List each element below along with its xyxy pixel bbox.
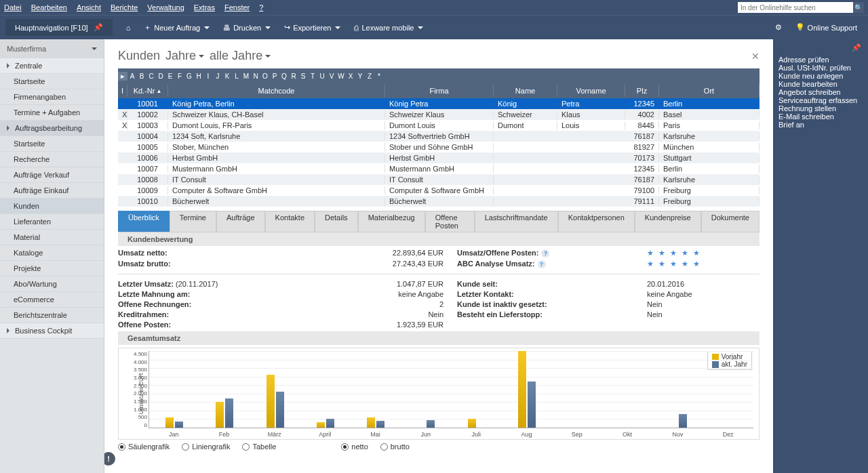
radio-saulengrafik[interactable]: Säulengrafik bbox=[118, 443, 170, 451]
alpha-E[interactable]: E bbox=[165, 73, 175, 80]
table-row[interactable]: 10005Stober, MünchenStober und Söhne Gmb… bbox=[118, 142, 760, 152]
close-icon[interactable]: ✕ bbox=[751, 51, 760, 62]
alpha-V[interactable]: V bbox=[327, 73, 336, 80]
table-row[interactable]: 10007Mustermann GmbHMustermann GmbH12345… bbox=[118, 163, 760, 174]
menu-fenster[interactable]: Fenster bbox=[224, 3, 250, 12]
tab-dokumente[interactable]: Dokumente bbox=[701, 211, 760, 232]
info-icon[interactable]: ? bbox=[538, 260, 546, 268]
sidebar-item-zentrale[interactable]: Zentrale bbox=[0, 58, 104, 74]
tab-kundenpreise[interactable]: Kundenpreise bbox=[635, 211, 701, 232]
table-row[interactable]: X10002Schweizer Klaus, CH-BaselSchweizer… bbox=[118, 109, 760, 120]
alpha-D[interactable]: D bbox=[156, 73, 165, 80]
tab-offene-posten[interactable]: Offene Posten bbox=[425, 211, 475, 232]
alpha-J[interactable]: J bbox=[213, 73, 222, 80]
alpha-L[interactable]: L bbox=[232, 73, 241, 80]
radio-brutto[interactable]: brutto bbox=[380, 443, 410, 451]
export-button[interactable]: ↪Exportieren bbox=[279, 20, 346, 35]
action-angebot-schreiben[interactable]: Angebot schreiben bbox=[778, 88, 863, 96]
tab-materialbezug[interactable]: Materialbezug bbox=[358, 211, 425, 232]
sidebar-item-projekte[interactable]: Projekte bbox=[0, 261, 104, 276]
pin-icon[interactable]: 📌 bbox=[852, 43, 861, 52]
alpha-R[interactable]: R bbox=[289, 73, 298, 80]
tab--berblick[interactable]: Überblick bbox=[118, 211, 170, 232]
sidebar-item-kunden[interactable]: Kunden bbox=[0, 199, 104, 214]
col-name[interactable]: Name bbox=[494, 85, 557, 97]
action-rechnung-stellen[interactable]: Rechnung stellen bbox=[778, 104, 863, 112]
tab-lastschriftmandate[interactable]: Lastschriftmandate bbox=[475, 211, 558, 232]
col-firma[interactable]: Firma bbox=[385, 85, 494, 97]
print-button[interactable]: 🖶Drucken bbox=[218, 21, 276, 35]
menu-extras[interactable]: Extras bbox=[194, 3, 215, 12]
action-kunde-neu-anlegen[interactable]: Kunde neu anlegen bbox=[778, 72, 863, 80]
table-row[interactable]: X10003Dumont Louis, FR-ParisDumont Louis… bbox=[118, 120, 760, 131]
action-ausl-ust-idnr-pr-fen[interactable]: Ausl. USt-IdNr. prüfen bbox=[778, 64, 863, 72]
alpha-T[interactable]: T bbox=[308, 73, 317, 80]
alpha-I[interactable]: I bbox=[203, 73, 213, 80]
alpha-O[interactable]: O bbox=[260, 73, 270, 80]
action-brief-an[interactable]: Brief an bbox=[778, 121, 863, 129]
alpha-K[interactable]: K bbox=[222, 73, 232, 80]
info-icon[interactable]: ! bbox=[104, 452, 115, 466]
sidebar-item-ecommerce[interactable]: eCommerce bbox=[0, 292, 104, 308]
alpha-Y[interactable]: Y bbox=[355, 73, 365, 80]
sidebar-item-business-cockpit[interactable]: Business Cockpit bbox=[0, 323, 104, 339]
col-matchcode[interactable]: Matchcode bbox=[168, 85, 385, 97]
alpha-W[interactable]: W bbox=[336, 73, 346, 80]
sidebar-item-startseite[interactable]: Startseite bbox=[0, 136, 104, 152]
search-icon[interactable]: 🔍 bbox=[853, 2, 864, 13]
sidebar-company-header[interactable]: Musterfirma bbox=[0, 39, 104, 58]
sidebar-item-auftragsbearbeitung[interactable]: Auftragsbearbeitung bbox=[0, 121, 104, 136]
col-ort[interactable]: Ort bbox=[659, 85, 760, 97]
col-indicator[interactable]: I bbox=[118, 85, 127, 97]
tab-kontakte[interactable]: Kontakte bbox=[265, 211, 315, 232]
gear-icon[interactable]: ⚙ bbox=[775, 23, 782, 32]
menu-?[interactable]: ? bbox=[259, 3, 263, 12]
col-kdnr[interactable]: Kd.-Nr▲ bbox=[127, 85, 168, 97]
alpha-G[interactable]: G bbox=[184, 73, 194, 80]
table-row[interactable]: 100041234 Soft, Karlsruhe1234 Softvertri… bbox=[118, 131, 760, 142]
action-adresse-pr-fen[interactable]: Adresse prüfen bbox=[778, 56, 863, 64]
alpha-C[interactable]: C bbox=[146, 73, 156, 80]
alpha-Q[interactable]: Q bbox=[279, 73, 289, 80]
menu-datei[interactable]: Datei bbox=[4, 3, 22, 12]
col-vorname[interactable]: Vorname bbox=[557, 85, 625, 97]
alpha-B[interactable]: B bbox=[137, 73, 146, 80]
action-serviceauftrag-erfassen[interactable]: Serviceauftrag erfassen bbox=[778, 96, 863, 104]
sidebar-item-auftr-ge-verkauf[interactable]: Aufträge Verkauf bbox=[0, 167, 104, 183]
alpha-U[interactable]: U bbox=[317, 73, 327, 80]
row-selector[interactable]: ▸ bbox=[118, 72, 127, 81]
alpha-X[interactable]: X bbox=[346, 73, 355, 80]
table-row[interactable]: 10010BücherweltBücherwelt79111Freiburg bbox=[118, 196, 760, 207]
tab-details[interactable]: Details bbox=[315, 211, 358, 232]
alpha-*[interactable]: * bbox=[374, 73, 384, 80]
sidebar-item-lieferanten[interactable]: Lieferanten bbox=[0, 214, 104, 230]
lexware-mobile-button[interactable]: ⎙Lexware mobile bbox=[349, 21, 429, 35]
action-kunde-bearbeiten[interactable]: Kunde bearbeiten bbox=[778, 80, 863, 88]
sidebar-item-berichtszentrale[interactable]: Berichtszentrale bbox=[0, 308, 104, 323]
table-row[interactable]: 10008IT ConsultIT Consult76187Karlsruhe bbox=[118, 174, 760, 185]
main-nav-button[interactable]: Hauptnavigation [F10]📌 bbox=[5, 19, 113, 36]
alpha-A[interactable]: A bbox=[127, 73, 137, 80]
alpha-H[interactable]: H bbox=[194, 73, 203, 80]
sidebar-item-abo-wartung[interactable]: Abo/Wartung bbox=[0, 276, 104, 292]
menu-bearbeiten[interactable]: Bearbeiten bbox=[31, 3, 67, 12]
alpha-M[interactable]: M bbox=[241, 73, 251, 80]
alpha-S[interactable]: S bbox=[298, 73, 308, 80]
sidebar-item-material[interactable]: Material bbox=[0, 230, 104, 245]
sidebar-item-termine-aufgaben[interactable]: Termine + Aufgaben bbox=[0, 105, 104, 121]
sidebar-item-recherche[interactable]: Recherche bbox=[0, 152, 104, 167]
sidebar-item-kataloge[interactable]: Kataloge bbox=[0, 245, 104, 261]
sidebar-item-startseite[interactable]: Startseite bbox=[0, 74, 104, 89]
sidebar-item-auftr-ge-einkauf[interactable]: Aufträge Einkauf bbox=[0, 183, 104, 199]
action-e-mail-schreiben[interactable]: E-Mail schreiben bbox=[778, 112, 863, 121]
help-search-input[interactable] bbox=[738, 2, 853, 13]
sidebar-item-firmenangaben[interactable]: Firmenangaben bbox=[0, 89, 104, 105]
radio-netto[interactable]: netto bbox=[341, 443, 368, 451]
info-icon[interactable]: ? bbox=[541, 249, 549, 258]
menu-berichte[interactable]: Berichte bbox=[111, 3, 138, 12]
radio-tabelle[interactable]: Tabelle bbox=[242, 443, 276, 451]
new-order-button[interactable]: ＋Neuer Auftrag bbox=[138, 20, 215, 35]
table-row[interactable]: 10001König Petra, BerlinKönig PetraKönig… bbox=[118, 98, 760, 109]
radio-liniengrafik[interactable]: Liniengrafik bbox=[182, 443, 230, 451]
home-button[interactable]: ⌂ bbox=[121, 21, 136, 35]
